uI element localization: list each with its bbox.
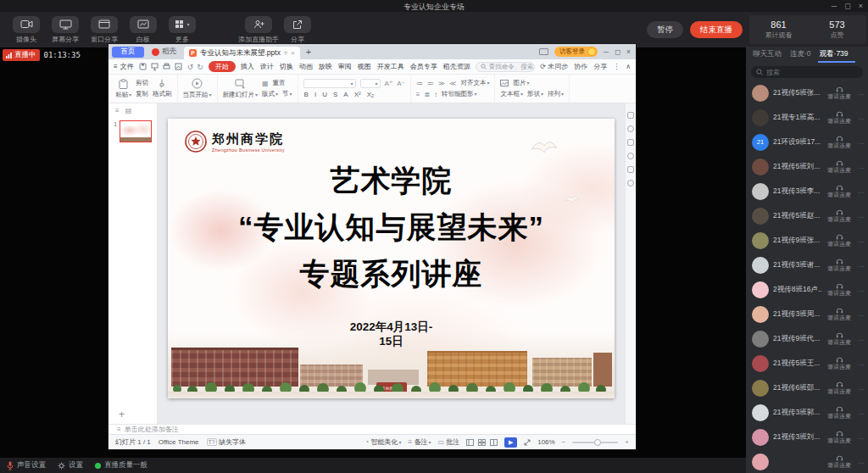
format-painter-button[interactable]: 格式刷	[153, 79, 172, 98]
comments-button[interactable]: ▭ 批注	[437, 437, 459, 447]
menu-tab[interactable]: 会员专享	[410, 62, 437, 71]
align-left-icon[interactable]: ≡	[416, 91, 420, 98]
line-spacing-icon[interactable]: ↕	[434, 91, 437, 98]
cut-button[interactable]: 剪切	[136, 79, 148, 87]
viewer-more-icon[interactable]: …	[857, 138, 865, 146]
viewer-more-icon[interactable]: …	[857, 458, 865, 465]
invite-mic-button[interactable]: 邀请连麦	[826, 454, 853, 470]
invite-mic-button[interactable]: 邀请连麦	[826, 430, 853, 445]
viewer-more-icon[interactable]: …	[857, 114, 865, 121]
rail-comment-icon[interactable]	[627, 153, 634, 159]
window-share-button[interactable]: 窗口分享	[85, 16, 124, 44]
outdent-icon[interactable]: ≪	[449, 80, 456, 87]
wps-document-tab[interactable]: P 专业认知与未来展望.pptx ▿ ×	[184, 47, 300, 59]
avatar[interactable]	[752, 281, 769, 298]
font-style-button[interactable]: S	[332, 91, 338, 98]
viewer-more-icon[interactable]: …	[857, 212, 865, 220]
wps-home-tab[interactable]: 首页	[112, 47, 144, 58]
menu-tab[interactable]: 设计	[260, 62, 274, 71]
avatar[interactable]	[752, 355, 769, 372]
pause-live-button[interactable]: 暂停	[647, 21, 683, 38]
wps-store-tab[interactable]: 稻壳	[148, 47, 180, 57]
pin-tab-icon[interactable]: ▿	[284, 49, 287, 57]
slideshow-play-button[interactable]: ▶	[504, 437, 517, 448]
screen-share-button[interactable]: 屏幕分享	[46, 16, 85, 44]
invite-mic-button[interactable]: 邀请连麦	[826, 135, 853, 150]
avatar[interactable]	[752, 454, 769, 470]
viewer-more-icon[interactable]: …	[857, 163, 865, 170]
avatar[interactable]	[752, 380, 769, 397]
zoom-out-icon[interactable]: −	[562, 438, 566, 446]
new-tab-button[interactable]: +	[306, 47, 311, 57]
invite-mic-button[interactable]: 邀请连麦	[826, 258, 853, 273]
menu-tab[interactable]: 动画	[299, 62, 313, 71]
sound-settings-button[interactable]: 声音设置	[7, 460, 46, 470]
reset-button[interactable]: 重置	[273, 79, 286, 87]
file-menu[interactable]: ≡文件	[114, 62, 134, 71]
zoom-slider-knob[interactable]	[594, 439, 601, 446]
shrink-font-icon[interactable]: A⁻	[397, 80, 405, 87]
command-search-box[interactable]: 查找命令、搜索...	[476, 62, 535, 72]
avatar[interactable]	[752, 331, 769, 348]
align-center-icon[interactable]: ≣	[424, 91, 430, 98]
beautify-button[interactable]: ◔ 智能美化▾	[364, 437, 401, 447]
avatar[interactable]	[752, 306, 769, 323]
thumbnail-view-icon[interactable]: ▤	[125, 107, 132, 114]
missing-font-warning[interactable]: T? 缺失字体	[207, 437, 246, 447]
to-smart-diagram-button[interactable]: 转智能图形▾	[442, 90, 477, 98]
redo-icon[interactable]: ↻	[197, 63, 203, 71]
invite-mic-button[interactable]: 邀请连麦	[826, 405, 853, 420]
minimize-icon[interactable]: ─	[832, 2, 837, 10]
invite-mic-button[interactable]: 邀请连麦	[826, 307, 853, 322]
menu-tab[interactable]: 审阅	[338, 62, 352, 71]
reading-view-icon[interactable]	[490, 439, 498, 446]
tab-mic-connect[interactable]: 连麦·0	[790, 49, 811, 59]
invite-mic-button[interactable]: 邀请连麦	[826, 184, 853, 199]
arrange-button[interactable]: 排列▾	[548, 90, 564, 98]
viewer-more-icon[interactable]: …	[857, 409, 865, 416]
fit-zoom-icon[interactable]	[524, 439, 531, 446]
menu-tab[interactable]: 切换	[280, 62, 293, 71]
viewer-more-icon[interactable]: …	[857, 310, 865, 318]
tab-chat[interactable]: 聊天互动	[753, 49, 782, 59]
paste-button[interactable]: 粘贴▾	[115, 79, 131, 99]
viewer-more-icon[interactable]: …	[857, 335, 865, 342]
cloud-sync-status[interactable]: ⟳ 未同步	[540, 62, 568, 71]
output-icon[interactable]	[151, 63, 159, 70]
viewer-more-icon[interactable]: …	[857, 236, 865, 244]
font-style-button[interactable]: B	[303, 91, 309, 98]
viewer-more-icon[interactable]: …	[857, 89, 865, 97]
wps-close-icon[interactable]: ×	[626, 47, 631, 56]
add-assistant-button[interactable]: 添加直播助手	[239, 16, 278, 44]
camera-button[interactable]: 摄像头	[7, 16, 46, 44]
normal-view-icon[interactable]	[466, 439, 474, 446]
viewer-more-icon[interactable]: …	[857, 286, 865, 293]
settings-button[interactable]: 设置	[58, 460, 83, 470]
menu-tab[interactable]: 稻壳资源	[443, 62, 470, 71]
invite-mic-button[interactable]: 邀请连麦	[826, 282, 853, 298]
slide-canvas[interactable]: 郑州商学院 Zhengzhou Business University 艺术学院…	[158, 103, 625, 424]
stream-quality-indicator[interactable]: 直播质量一般	[95, 460, 147, 470]
collapse-ribbon-icon[interactable]: ∧	[626, 63, 631, 70]
rail-selection-icon[interactable]	[627, 166, 634, 173]
shape-button[interactable]: 形状▾	[527, 90, 543, 98]
avatar[interactable]	[752, 159, 769, 175]
invite-mic-button[interactable]: 邀请连麦	[826, 159, 853, 175]
avatar[interactable]	[752, 85, 769, 102]
viewer-more-icon[interactable]: …	[857, 261, 865, 269]
viewer-more-icon[interactable]: …	[857, 359, 865, 367]
font-style-button[interactable]: A	[342, 91, 348, 98]
play-from-current-button[interactable]: 当页开始▾	[183, 78, 212, 99]
menu-tab[interactable]: 视图	[358, 62, 371, 71]
layout-button[interactable]: 版式▾	[262, 90, 278, 98]
grow-font-icon[interactable]: A⁺	[385, 80, 393, 87]
search-input[interactable]	[766, 69, 858, 76]
invite-mic-button[interactable]: 邀请连麦	[826, 110, 853, 125]
guest-login-button[interactable]: 访客登录	[554, 47, 598, 57]
invite-mic-button[interactable]: 邀请连麦	[826, 86, 853, 101]
print-icon[interactable]	[163, 63, 170, 70]
menu-tab[interactable]: 开发工具	[377, 62, 404, 71]
save-icon[interactable]	[139, 63, 147, 70]
font-size-select[interactable]: ▾	[360, 79, 381, 88]
theme-name[interactable]: Office Theme	[159, 438, 199, 446]
